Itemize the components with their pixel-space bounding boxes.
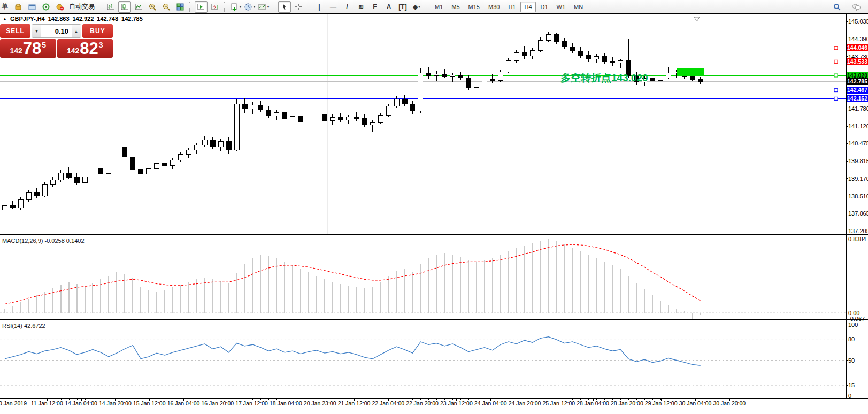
network-ping-icon[interactable] — [40, 1, 52, 13]
buy-button[interactable]: BUY — [82, 24, 113, 38]
macd-label: MACD(12,26,9) -0.0258 0.1402 — [2, 237, 85, 244]
candle — [290, 116, 295, 119]
time-axis-label: 30 Jan 20:00 — [707, 400, 752, 407]
candle — [90, 168, 95, 177]
sell-button[interactable]: SELL — [0, 24, 30, 38]
timeframe-MN[interactable]: MN — [570, 2, 587, 12]
line-chart-type-icon[interactable] — [132, 1, 145, 13]
buy-price-pip: 3 — [99, 41, 103, 49]
candle — [698, 79, 703, 82]
volume-increase-button[interactable]: ▲ — [72, 25, 81, 37]
pane-separator[interactable] — [0, 319, 868, 320]
price-tick-label: 141.780 — [848, 105, 868, 112]
search-icon[interactable] — [831, 1, 843, 13]
timeframe-M1[interactable]: M1 — [431, 2, 447, 12]
new-order-icon[interactable] — [12, 1, 25, 13]
templates-icon[interactable]: ▾ — [257, 1, 270, 13]
candle — [546, 34, 551, 40]
timeframe-H1[interactable]: H1 — [504, 2, 519, 12]
rsi-tick-label: 15 — [848, 382, 855, 388]
candle — [74, 177, 79, 182]
candle — [666, 73, 671, 78]
price-tick-label: 137.865 — [848, 210, 868, 217]
price-chart-pane[interactable]: 多空转折点143.020 — [0, 14, 846, 234]
rsi-indicator-pane[interactable] — [0, 321, 846, 398]
text-label-tool[interactable]: [T] — [396, 1, 409, 13]
chart-shift-icon[interactable] — [209, 1, 221, 13]
dropdown-arrow-icon: ▾ — [253, 4, 255, 9]
candle — [50, 180, 55, 185]
sell-price-display[interactable]: 142 78 5 — [0, 39, 56, 58]
bar-chart-type-icon[interactable] — [104, 1, 117, 13]
candle — [522, 52, 527, 56]
line-handle — [834, 89, 838, 92]
toolbar-separator — [189, 2, 192, 12]
candle — [330, 117, 335, 120]
candle — [338, 117, 343, 120]
autotrading-icon[interactable] — [53, 1, 66, 13]
timeframe-M15[interactable]: M15 — [465, 2, 483, 12]
charts-window-icon[interactable] — [26, 1, 39, 13]
fibonacci-tool[interactable]: F — [368, 1, 381, 13]
candle — [82, 177, 87, 182]
timeframe-W1[interactable]: W1 — [553, 2, 570, 12]
timeframe-M5[interactable]: M5 — [448, 2, 463, 12]
shapes-tool[interactable]: ◆▾ — [410, 1, 423, 13]
cursor-icon[interactable] — [278, 1, 291, 13]
candle — [282, 112, 287, 119]
candlestick-chart-type-icon[interactable] — [118, 1, 131, 13]
macd-indicator-pane[interactable] — [0, 236, 846, 319]
candle — [10, 206, 15, 208]
chat-icon[interactable] — [850, 1, 863, 13]
auto-scroll-icon[interactable] — [195, 1, 208, 13]
volume-input[interactable] — [41, 25, 72, 37]
line-handle — [834, 97, 838, 100]
candle — [106, 162, 111, 173]
trendline-tool[interactable]: / — [341, 1, 354, 13]
autotrading-label[interactable]: 自动交易 — [69, 2, 95, 11]
chart-shift-marker-icon — [694, 17, 700, 21]
macd-values: -0.0258 0.1402 — [44, 237, 84, 244]
pane-separator[interactable] — [0, 234, 868, 235]
timeframe-H4[interactable]: H4 — [520, 2, 535, 12]
buy-price-display[interactable]: 142 82 3 — [57, 39, 113, 58]
candle — [586, 55, 591, 59]
candle — [498, 72, 503, 80]
equidistant-channel-tool[interactable]: ≋ — [355, 1, 367, 13]
volume-decrease-button[interactable]: ▼ — [32, 25, 41, 37]
pane-separator[interactable] — [0, 236, 868, 236]
new-chart-icon[interactable]: ▾ — [229, 1, 242, 13]
collapse-panel-icon[interactable]: ▲ — [3, 17, 7, 21]
vertical-line-tool[interactable]: | — [313, 1, 326, 13]
candle — [450, 75, 455, 76]
timeframe-buttons: M1M5M15M30H1H4D1W1MN — [431, 2, 587, 12]
tile-windows-icon[interactable] — [174, 1, 187, 13]
toolbar: 单 自动交易 — [0, 0, 868, 13]
timeframe-D1[interactable]: D1 — [537, 2, 552, 12]
periods-icon[interactable]: ▾ — [243, 1, 256, 13]
zoom-out-icon[interactable] — [160, 1, 173, 13]
level-price-label: 142.467 — [847, 87, 868, 94]
new-order-label-fragment[interactable]: 单 — [2, 2, 8, 11]
candle — [618, 60, 623, 63]
one-click-trading-panel: SELL ▼ ▲ BUY 142 78 5 142 82 3 — [0, 24, 113, 58]
timeframe-M30[interactable]: M30 — [485, 2, 503, 12]
toolbar-separator — [273, 2, 275, 12]
candle — [418, 73, 423, 111]
zoom-in-icon[interactable] — [146, 1, 159, 13]
candle — [202, 140, 207, 145]
pane-separator[interactable] — [0, 321, 868, 321]
candle — [474, 83, 479, 87]
candle — [394, 99, 399, 106]
price-axis-line — [846, 13, 847, 398]
horizontal-line-tool[interactable]: — — [327, 1, 340, 13]
candle — [530, 50, 535, 56]
price-tick-label: 138.510 — [848, 193, 868, 200]
candle — [242, 104, 247, 109]
highlight-box — [677, 68, 704, 76]
text-tool[interactable]: A — [382, 1, 395, 13]
candle — [122, 147, 127, 157]
macd-tick-label: 0.8384 — [848, 236, 866, 242]
rsi-tick-label: 50 — [848, 357, 855, 364]
crosshair-icon[interactable] — [292, 1, 305, 13]
